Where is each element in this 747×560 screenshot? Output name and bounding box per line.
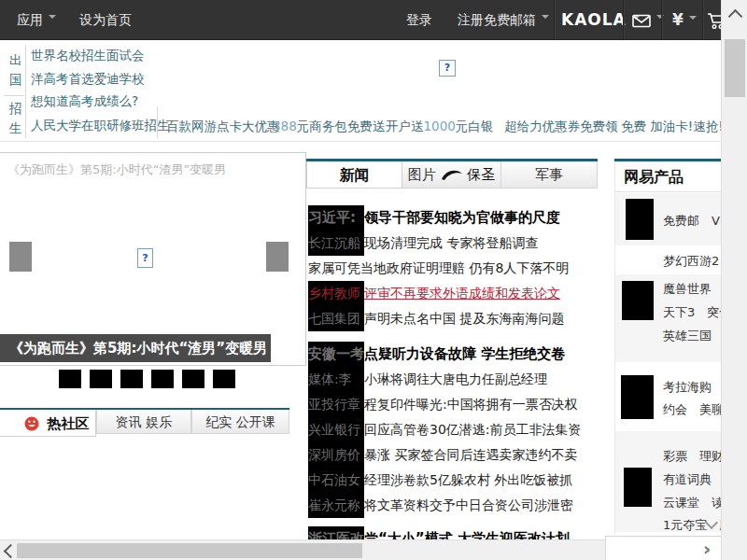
carousel-thumbnail[interactable] [120, 370, 143, 388]
news-item[interactable]: 兴业银行回应高管卷30亿潜逃:前员工非法集资 [308, 417, 602, 442]
apps-menu[interactable]: 应用 [17, 0, 56, 39]
kaola-menu[interactable]: KAOLA [561, 0, 640, 39]
tab-documentary-opencourse[interactable]: 纪实 公开课 [191, 410, 289, 434]
carousel-next-button[interactable] [266, 242, 289, 272]
promo-text: 开户送 [386, 119, 424, 133]
promo-link[interactable]: 388元商务包免费送 [273, 119, 385, 135]
promo-link[interactable]: 超给力优惠券免费领 [504, 119, 618, 135]
news-text: 声明未点名中国 提及东海南海问题 [364, 311, 564, 326]
news-item[interactable]: 中石油女经理涉卷款5亿躲农村 外出吃饭被抓 [308, 468, 602, 493]
category-label-admission: 招生 [9, 99, 23, 138]
news-text: 暴涨 买家签合同后连遇卖家违约不卖 [364, 447, 577, 462]
product-image[interactable] [622, 281, 654, 320]
news-item[interactable]: 媒体:李小琳将调往大唐电力任副总经理 [308, 367, 602, 392]
news-label-image: 乡村教师 [308, 281, 364, 306]
ad-link[interactable]: 洋高考首选爱迪学校 [31, 71, 145, 88]
promo-link[interactable]: 免费 加油卡!速抢! [621, 119, 724, 135]
horizontal-scrollbar-thumb[interactable] [17, 543, 362, 558]
tab-label: 新闻 [340, 166, 370, 184]
news-label-image: 深圳房价 [308, 442, 364, 468]
carousel-thumbnail[interactable] [90, 370, 112, 388]
product-image[interactable] [626, 199, 654, 240]
carousel-prev-button[interactable] [9, 242, 32, 272]
register-mail-menu[interactable]: 注册免费邮箱 [458, 0, 549, 39]
swoosh-logo-icon [441, 168, 463, 185]
divider [25, 45, 26, 138]
kaola-logo: KAOLA [561, 10, 627, 29]
news-label-image: 亚投行章 [308, 392, 364, 417]
product-link[interactable]: 约会 美聊 [663, 401, 724, 418]
news-text: 回应高管卷30亿潜逃:前员工非法集资 [364, 422, 582, 437]
news-label-image: 七国集团 [308, 306, 364, 331]
news-item[interactable]: 长江沉船现场清理完成 专家将登船调查 [308, 231, 602, 256]
promo-text: 元白银 [456, 119, 494, 133]
tab-label: 资讯 娱乐 [116, 414, 172, 429]
tab-label: 图片 [408, 166, 436, 183]
product-link[interactable]: 云课堂 读 [663, 495, 724, 511]
news-item-visited[interactable]: 乡村教师评审不再要求外语成绩和发表论文 [308, 281, 602, 306]
news-item[interactable]: 亚投行章程复印件曝光:中国将拥有一票否决权 [308, 392, 602, 417]
tab-label: 军事 [535, 166, 563, 183]
scroll-up-icon[interactable] [728, 9, 743, 24]
scroll-left-icon[interactable] [4, 544, 19, 559]
login-link[interactable]: 登录 [406, 0, 432, 39]
news-text: 评审不再要求外语成绩和发表论文 [364, 286, 560, 301]
divider [623, 0, 625, 39]
divider [702, 0, 704, 39]
news-text: 家属可凭当地政府证明理赔 仍有8人下落不明 [308, 260, 569, 275]
promo-link[interactable]: 百款网游点卡大优惠 [166, 119, 280, 135]
promo-link[interactable]: 开户送1000元白银 [386, 119, 493, 135]
page: 应用 设为首页 登录 注册免费邮箱 KAOLA ¥ 出国 招生 世界名校招生面试… [0, 0, 747, 560]
carousel-thumbnail[interactable] [213, 370, 235, 388]
ad-link[interactable]: 想知道高考成绩么? [31, 93, 138, 110]
news-text: 小琳将调往大唐电力任副总经理 [364, 371, 547, 386]
chevron-down-icon [689, 16, 697, 23]
promo-text: 超给力优惠券免费领 [504, 119, 618, 133]
mail-menu[interactable] [632, 0, 664, 39]
chevron-down-icon [49, 15, 56, 22]
tab-label: 纪实 公开课 [205, 414, 275, 429]
news-text: 现场清理完成 专家将登船调查 [364, 235, 538, 250]
product-image[interactable] [624, 468, 652, 507]
next-page-arrow[interactable]: › [703, 538, 711, 560]
tab-military[interactable]: 军事 [501, 161, 598, 189]
divider [0, 141, 747, 142]
news-text: 经理涉卷款5亿躲农村 外出吃饭被抓 [364, 472, 572, 487]
carousel-thumbnail[interactable] [59, 370, 81, 388]
tab-label: 热社区 [48, 415, 90, 432]
divider [554, 0, 556, 39]
category-label-abroad: 出国 [9, 50, 23, 90]
tab-news[interactable]: 新闻 [306, 161, 402, 189]
carousel-thumbnail[interactable] [151, 370, 174, 388]
product-link[interactable]: 梦幻西游2 [663, 253, 719, 270]
broken-image-icon: ? [439, 60, 456, 77]
finance-menu[interactable]: ¥ [672, 0, 697, 39]
promo-text: 元商务包免费送 [297, 119, 386, 133]
tab-news-entertainment[interactable]: 资讯 娱乐 [96, 410, 191, 434]
divider [4, 95, 24, 96]
ad-link[interactable]: 人民大学在职研修班招生 [31, 118, 170, 134]
news-item[interactable]: 七国集团声明未点名中国 提及东海南海问题 [308, 306, 602, 331]
ad-link[interactable]: 世界名校招生面试会 [31, 48, 145, 64]
vertical-scrollbar-thumb[interactable] [725, 39, 745, 97]
news-headline[interactable]: 安徽一考点疑听力设备故障 学生拒绝交卷 [308, 342, 602, 367]
product-link[interactable]: 彩票 理财 [663, 448, 724, 465]
product-image[interactable] [621, 375, 654, 419]
set-homepage-link[interactable]: 设为首页 [79, 0, 132, 39]
news-item[interactable]: 深圳房价暴涨 买家签合同后连遇卖家违约不卖 [308, 442, 602, 468]
promo-text: 免费 加油卡!速抢! [621, 119, 724, 133]
carousel-thumbnail[interactable] [182, 370, 204, 388]
news-label-image: 兴业银行 [308, 417, 364, 442]
broken-image-icon: ? [137, 248, 153, 268]
news-text: 领导干部要知晓为官做事的尺度 [364, 209, 560, 226]
promo-text: 百款网游点卡大优惠 [166, 119, 280, 133]
news-headline[interactable]: 习近平:领导干部要知晓为官做事的尺度 [308, 205, 602, 231]
register-mail-label: 注册免费邮箱 [458, 12, 536, 27]
news-item[interactable]: 崔永元称将文革资料交予中日合资公司涉泄密 [308, 493, 602, 518]
promo-number: 388 [273, 119, 297, 133]
news-item[interactable]: 家属可凭当地政府证明理赔 仍有8人下落不明 [308, 256, 602, 281]
vertical-scrollbar[interactable] [721, 0, 747, 560]
tab-hot-community[interactable]: 热社区 [0, 410, 96, 437]
tab-pictures[interactable]: 图片 保圣 [402, 161, 501, 189]
news-text: 将文革资料交予中日合资公司涉泄密 [364, 497, 573, 512]
